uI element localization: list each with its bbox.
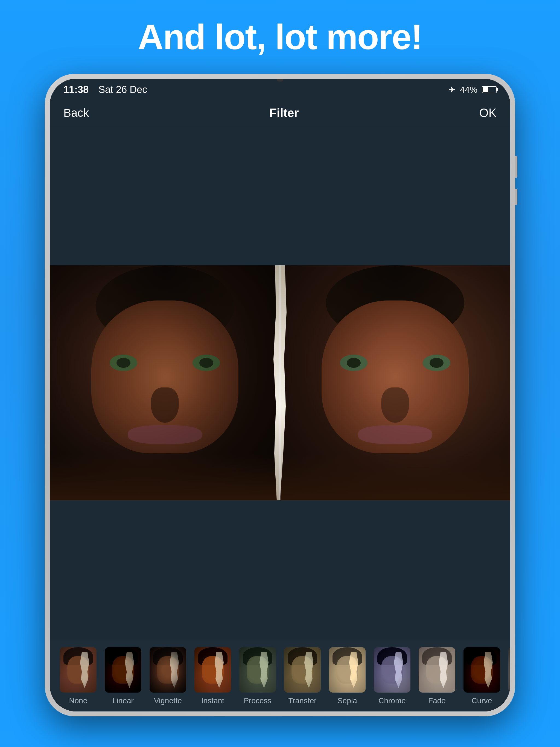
status-bar: 11:38 Sat 26 Dec ✈ 44% xyxy=(50,79,510,101)
status-time: 11:38 xyxy=(63,84,88,96)
status-date: Sat 26 Dec xyxy=(98,84,147,96)
filter-label-transfer: Transfer xyxy=(288,696,316,705)
filter-thumb-chrome[interactable] xyxy=(373,647,411,693)
filter-item-sepia[interactable]: Sepia xyxy=(327,647,367,705)
filter-strip: None Linear xyxy=(50,640,510,712)
filter-item-fade[interactable]: Fade xyxy=(417,647,457,705)
filter-thumb-fade[interactable] xyxy=(418,647,456,693)
filter-label-instant: Instant xyxy=(201,696,224,705)
filter-item-instant[interactable]: Instant xyxy=(193,647,233,705)
filter-thumb-process[interactable] xyxy=(239,647,276,693)
filter-thumb-instant[interactable] xyxy=(194,647,232,693)
filter-label-none: None xyxy=(69,696,87,705)
filter-item-none[interactable]: None xyxy=(58,647,98,705)
photo-after xyxy=(280,265,510,500)
filter-item-process[interactable]: Process xyxy=(237,647,278,705)
filter-thumb-transfer[interactable] xyxy=(284,647,321,693)
page-headline: And lot, lot more! xyxy=(138,17,422,57)
filter-item-tonal[interactable]: Tonal xyxy=(506,647,510,705)
battery-percent: 44% xyxy=(460,85,478,95)
filter-label-vignette: Vignette xyxy=(154,696,182,705)
filter-label-chrome: Chrome xyxy=(378,696,406,705)
photo-comparison xyxy=(50,265,510,500)
filter-label-process: Process xyxy=(244,696,271,705)
photo-before xyxy=(50,265,280,500)
filter-item-chrome[interactable]: Chrome xyxy=(372,647,412,705)
ok-button[interactable]: OK xyxy=(479,106,497,120)
filter-thumb-linear[interactable] xyxy=(104,647,142,693)
back-button[interactable]: Back xyxy=(63,106,89,120)
filter-item-vignette[interactable]: Vignette xyxy=(148,647,188,705)
filter-thumb-sepia[interactable] xyxy=(328,647,366,693)
filter-label-linear: Linear xyxy=(112,696,134,705)
filter-label-sepia: Sepia xyxy=(337,696,357,705)
nav-bar: Back Filter OK xyxy=(50,101,510,125)
battery-icon xyxy=(482,86,497,93)
filter-label-curve: Curve xyxy=(472,696,492,705)
bottom-panel xyxy=(50,500,510,640)
split-line xyxy=(280,265,281,500)
filter-item-curve[interactable]: Curve xyxy=(462,647,502,705)
camera-notch xyxy=(277,79,283,81)
filter-item-transfer[interactable]: Transfer xyxy=(282,647,323,705)
top-panel xyxy=(50,125,510,265)
tablet-power-button xyxy=(515,156,517,178)
tablet-device: 11:38 Sat 26 Dec ✈ 44% Back Filter OK xyxy=(45,74,515,716)
filter-thumb-vignette[interactable] xyxy=(149,647,187,693)
airplane-icon: ✈ xyxy=(448,84,456,95)
tablet-screen: 11:38 Sat 26 Dec ✈ 44% Back Filter OK xyxy=(50,79,510,712)
filter-thumb-curve[interactable] xyxy=(463,647,501,693)
filter-label-fade: Fade xyxy=(428,696,446,705)
filter-thumb-none[interactable] xyxy=(59,647,97,693)
filter-item-linear[interactable]: Linear xyxy=(103,647,143,705)
nav-title: Filter xyxy=(269,106,299,120)
tablet-volume-button xyxy=(515,189,517,205)
filter-thumb-tonal[interactable] xyxy=(508,647,510,693)
